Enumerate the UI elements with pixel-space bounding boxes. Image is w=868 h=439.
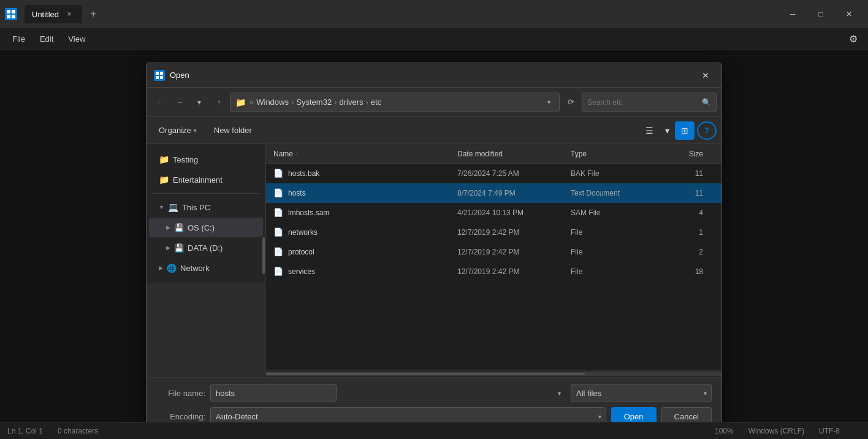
menu-view[interactable]: View bbox=[61, 32, 93, 46]
table-row[interactable]: 📄 hosts.bak 7/26/2024 7:25 AM BAK File 1… bbox=[266, 164, 721, 183]
tab-close-button[interactable]: × bbox=[64, 9, 75, 20]
expand-arrow-icon: ▶ bbox=[166, 224, 170, 231]
resize-handle-icon: ⋮ bbox=[855, 427, 861, 434]
horizontal-scrollbar[interactable] bbox=[266, 370, 721, 377]
dialog-close-button[interactable]: ✕ bbox=[697, 67, 714, 84]
editor-area: Open ✕ ← → ▾ ↑ 📁 « Windows › System32 › bbox=[0, 50, 868, 422]
dropdown-button[interactable]: ▾ bbox=[191, 94, 208, 111]
new-tab-button[interactable]: + bbox=[85, 6, 102, 23]
statusbar: Ln 1, Col 1 0 characters 100% Windows (C… bbox=[0, 422, 868, 439]
file-list-area: Name ↑ Date modified Type Size bbox=[266, 144, 721, 377]
search-bar: 🔍 bbox=[582, 93, 717, 112]
table-row[interactable]: 📄 hosts 8/7/2024 7:49 PM Text Document 1… bbox=[266, 183, 721, 203]
sidebar-scrollbar-thumb[interactable] bbox=[262, 237, 265, 274]
cursor-position: Ln 1, Col 1 bbox=[7, 427, 43, 435]
address-dropdown-button[interactable]: ▾ bbox=[543, 97, 554, 108]
sidebar-item-c-drive[interactable]: ▶ 💾 OS (C:) bbox=[149, 218, 263, 237]
table-row[interactable]: 📄 networks 12/7/2019 2:42 PM File 1 bbox=[266, 223, 721, 242]
line-ending[interactable]: Windows (CRLF) bbox=[748, 427, 804, 435]
zoom-level[interactable]: 100% bbox=[715, 427, 734, 435]
sidebar-item-label: This PC bbox=[182, 203, 210, 212]
list-view-button[interactable]: ☰ bbox=[639, 121, 659, 140]
back-button[interactable]: ← bbox=[151, 94, 169, 111]
breadcrumb-etc[interactable]: etc bbox=[371, 97, 381, 107]
svg-rect-3 bbox=[12, 15, 15, 18]
encoding-status[interactable]: UTF-8 bbox=[819, 427, 840, 435]
sidebar: 📁 Testing 📁 Entertainment ▼ 💻 This PC bbox=[147, 144, 266, 283]
statusbar-right: 100% Windows (CRLF) UTF-8 ⋮ bbox=[715, 427, 861, 435]
sort-icon: ↑ bbox=[295, 151, 299, 157]
svg-rect-0 bbox=[7, 10, 10, 13]
sidebar-item-entertainment[interactable]: 📁 Entertainment bbox=[149, 170, 263, 189]
sidebar-item-this-pc[interactable]: ▼ 💻 This PC bbox=[149, 197, 263, 217]
col-name-label: Name bbox=[273, 150, 293, 158]
scrollbar-thumb[interactable] bbox=[266, 373, 585, 375]
file-size-cell: 11 bbox=[661, 189, 710, 197]
close-button[interactable]: ✕ bbox=[835, 0, 863, 28]
folder-icon: 📁 bbox=[159, 155, 169, 164]
search-input[interactable] bbox=[587, 98, 699, 107]
file-size-cell: 2 bbox=[661, 248, 710, 256]
minimize-button[interactable]: ─ bbox=[779, 0, 807, 28]
file-type-cell: File bbox=[563, 228, 661, 237]
open-dialog: Open ✕ ← → ▾ ↑ 📁 « Windows › System32 › bbox=[146, 63, 722, 432]
file-name-cell: 📄 lmhosts.sam bbox=[266, 208, 450, 217]
sidebar-item-testing[interactable]: 📁 Testing bbox=[149, 150, 263, 169]
file-type-cell: File bbox=[563, 267, 661, 276]
file-name-cell: 📄 hosts.bak bbox=[266, 169, 450, 178]
encoding-label: Encoding: bbox=[156, 412, 205, 421]
menu-edit[interactable]: Edit bbox=[32, 32, 61, 46]
svg-rect-2 bbox=[7, 15, 10, 18]
col-size-label: Size bbox=[689, 150, 703, 158]
sidebar-item-network[interactable]: ▶ 🌐 Network bbox=[149, 258, 263, 278]
col-header-size[interactable]: Size bbox=[661, 144, 710, 163]
dialog-titlebar: Open ✕ bbox=[147, 63, 721, 88]
address-folder-icon: 📁 bbox=[235, 97, 246, 107]
file-name-cell: 📄 networks bbox=[266, 227, 450, 237]
table-row[interactable]: 📄 lmhosts.sam 4/21/2024 10:13 PM SAM Fil… bbox=[266, 203, 721, 223]
sidebar-item-d-drive[interactable]: ▶ 💾 DATA (D:) bbox=[149, 238, 263, 258]
forward-button[interactable]: → bbox=[171, 94, 188, 111]
scrollbar-track bbox=[266, 372, 721, 376]
up-button[interactable]: ↑ bbox=[210, 94, 227, 111]
col-type-label: Type bbox=[571, 150, 587, 158]
col-header-date[interactable]: Date modified bbox=[450, 144, 563, 163]
file-size-cell: 18 bbox=[661, 267, 710, 276]
address-bar[interactable]: 📁 « Windows › System32 › drivers › etc ▾ bbox=[230, 93, 560, 112]
dialog-title-text: Open bbox=[170, 71, 697, 80]
file-name-dropdown-icon: ▾ bbox=[558, 390, 561, 397]
dialog-overlay: Open ✕ ← → ▾ ↑ 📁 « Windows › System32 › bbox=[0, 50, 868, 422]
pc-icon: 💻 bbox=[168, 202, 178, 212]
active-tab[interactable]: Untitled × bbox=[25, 5, 82, 23]
file-date-cell: 8/7/2024 7:49 PM bbox=[450, 189, 563, 197]
settings-icon[interactable]: ⚙ bbox=[843, 29, 863, 49]
sidebar-item-label: Entertainment bbox=[173, 175, 223, 185]
col-header-name[interactable]: Name ↑ bbox=[266, 144, 450, 163]
menu-file[interactable]: File bbox=[5, 32, 32, 46]
organize-button[interactable]: Organize ▾ bbox=[151, 121, 204, 140]
table-row[interactable]: 📄 services 12/7/2019 2:42 PM File 18 bbox=[266, 262, 721, 281]
help-button[interactable]: ? bbox=[697, 121, 717, 140]
col-header-type[interactable]: Type bbox=[563, 144, 661, 163]
breadcrumb-system32[interactable]: System32 bbox=[296, 97, 332, 107]
navigation-bar: ← → ▾ ↑ 📁 « Windows › System32 › drivers… bbox=[147, 88, 721, 117]
view-dropdown-button[interactable]: ▾ bbox=[661, 121, 672, 140]
titlebar: Untitled × + ─ □ ✕ bbox=[0, 0, 868, 28]
drive-icon: 💾 bbox=[174, 243, 184, 253]
file-size-cell: 1 bbox=[661, 228, 710, 237]
sidebar-item-label: Network bbox=[180, 264, 210, 273]
breadcrumb-drivers[interactable]: drivers bbox=[339, 97, 363, 107]
refresh-button[interactable]: ⟳ bbox=[562, 94, 579, 111]
file-type-cell: Text Document bbox=[563, 189, 661, 197]
footer-row-filename: File name: ▾ All files ▾ bbox=[156, 384, 712, 402]
file-type-cell: SAM File bbox=[563, 208, 661, 217]
file-list: 📄 hosts.bak 7/26/2024 7:25 AM BAK File 1… bbox=[266, 164, 721, 370]
breadcrumb-windows[interactable]: Windows bbox=[256, 97, 289, 107]
table-row[interactable]: 📄 protocol 12/7/2019 2:42 PM File 2 bbox=[266, 242, 721, 262]
file-icon: 📄 bbox=[273, 267, 283, 276]
details-view-button[interactable]: ⊞ bbox=[675, 121, 695, 140]
maximize-button[interactable]: □ bbox=[807, 0, 835, 28]
file-type-select[interactable]: All files bbox=[571, 384, 712, 402]
new-folder-button[interactable]: New folder bbox=[207, 121, 259, 140]
file-name-input[interactable] bbox=[210, 384, 337, 402]
